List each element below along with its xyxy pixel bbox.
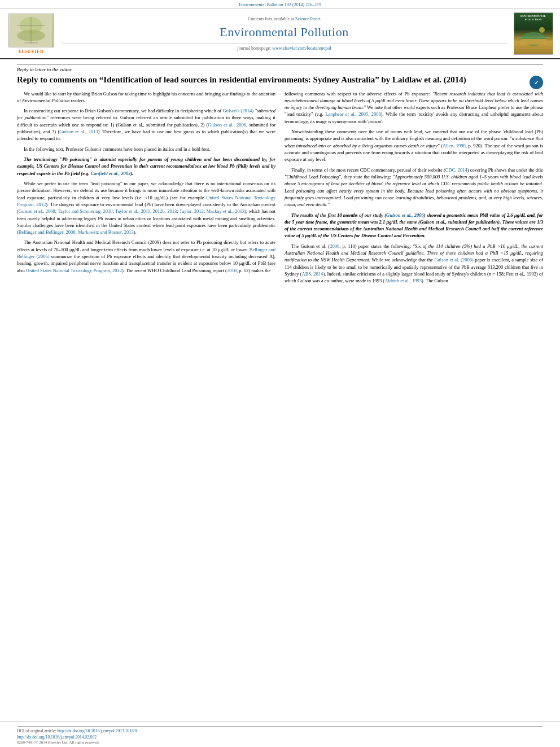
ref-taylor-2012[interactable]: Taylor, 2012 (180, 208, 204, 214)
article-body: We would like to start by thanking Brian… (17, 90, 543, 288)
right-para-2: Notwithstanding these comments over the … (285, 128, 543, 163)
publisher-logo-area: ELSEVIER ELSEVIER (6, 12, 56, 55)
left-para-2: In constructing our response to Brian Gu… (17, 107, 275, 142)
journal-title-area: Contents lists available at ScienceDirec… (61, 12, 508, 55)
right-column: following comments with respect to the a… (285, 90, 543, 288)
ref-abs[interactable]: ABS, 2014 (302, 271, 323, 277)
left-para-1: We would like to start by thanking Brian… (17, 90, 275, 104)
journal-citation: Environmental Pollution 192 (2014) 216–2… (239, 2, 321, 7)
ref-gulson-2006c[interactable]: 2006 (330, 243, 339, 249)
sciencedirect-line: Contents lists available at ScienceDirec… (248, 16, 321, 21)
left-para-6: The Australian National Health and Medic… (17, 239, 275, 274)
journal-citation-bar: Environmental Pollution 192 (2014) 216–2… (0, 0, 560, 9)
ref-lanphear[interactable]: Lanphear et al., 2005, 2008 (325, 111, 380, 117)
article-footer: DOI of original article: http://dx.doi.o… (0, 722, 560, 747)
ref-taylor-2010[interactable]: Taylor and Schniering, 2010 (58, 208, 112, 214)
ref-gulson-2006d[interactable]: Gulson et al. (2006) (434, 257, 473, 263)
right-para-4-bold-italic: The results of the first 18 months of ou… (285, 212, 543, 239)
right-para-3: Finally, in terms of the most recent CDC… (285, 167, 543, 208)
left-para-3: In the following text, Professor Gulson'… (17, 146, 275, 152)
crossmark-icon: ✓ (530, 76, 543, 89)
elsevier-brand: ELSEVIER (19, 49, 43, 54)
journal-cover: ENVIRONMENTALPOLLUTION (512, 12, 554, 55)
ref-gulson-2014[interactable]: Gulson's (2014) (223, 108, 253, 113)
ref-allen[interactable]: Allen, 1990 (443, 143, 466, 148)
svg-rect-8 (521, 39, 546, 45)
journal-header: ELSEVIER ELSEVIER Contents lists availab… (0, 9, 560, 59)
section-type-label: Reply to letter to the editor (17, 64, 543, 72)
left-para-5: While we prefer to use the term "lead po… (17, 180, 275, 236)
ref-gulson-2008[interactable]: Gulson et al., 2008 (19, 208, 55, 214)
article-doi-link[interactable]: http://dx.doi.org/10.1016/j.envpol.2014.… (17, 735, 543, 740)
footer-bottom: http://dx.doi.org/10.1016/j.envpol.2014.… (17, 735, 543, 745)
main-content: Reply to letter to the editor ✓ Reply to… (0, 59, 560, 722)
ref-cdc-2014[interactable]: CDC, 2014 (445, 167, 467, 173)
right-para-1: following comments with respect to the a… (285, 90, 543, 125)
ref-mackay[interactable]: Mackay et al., 2013 (206, 208, 244, 214)
ref-gulson-2006a[interactable]: Gulson et al., 2006 (208, 122, 246, 128)
homepage-url: www.elsevier.com/locate/envpol (272, 46, 331, 51)
ref-ntp-2012[interactable]: United States National Toxicology Progra… (17, 195, 275, 207)
ref-gulson-2006b[interactable]: Gulson et al., 2006 (386, 212, 424, 218)
left-para-4-bold-italic: The terminology "Pb poisoning" is alarmi… (17, 156, 275, 177)
ref-markowitz[interactable]: Markowitz and Rosner, 2013 (78, 229, 134, 235)
svg-text:ELSEVIER: ELSEVIER (24, 41, 38, 44)
ref-ntp-2012b[interactable]: United States National Toxicology Progra… (26, 268, 122, 273)
article-title: ✓ Reply to comments on “Identification o… (17, 75, 543, 86)
ref-canfield[interactable]: Canfield et al., 2003 (91, 171, 131, 176)
ref-bellinger[interactable]: Bellinger and Bellinger, 2006 (19, 229, 76, 235)
footer-doi-line: DOI of original article: http://dx.doi.o… (17, 728, 543, 733)
svg-point-10 (539, 27, 545, 33)
ref-aldrich[interactable]: Aldrich et al., 1993 (384, 278, 422, 283)
journal-title: Environmental Pollution (220, 25, 348, 40)
sciencedirect-link[interactable]: ScienceDirect (295, 16, 321, 21)
homepage-line: journal homepage: www.elsevier.com/locat… (61, 43, 508, 51)
ref-gulson-2013[interactable]: Gulson et al., 2013 (59, 129, 98, 134)
logo-image: ELSEVIER (8, 14, 54, 47)
copyright-text: 0269-7491/© 2014 Elsevier Ltd. All right… (17, 740, 543, 745)
ref-who-2010[interactable]: 2010 (227, 268, 237, 273)
ref-taylor-2011[interactable]: Taylor et al., 2011, 2012b, 2013 (115, 208, 177, 214)
left-column: We would like to start by thanking Brian… (17, 90, 275, 288)
cover-title: ENVIRONMENTALPOLLUTION (520, 15, 546, 21)
page: Environmental Pollution 192 (2014) 216–2… (0, 0, 560, 747)
crossmark-area: ✓ (530, 76, 543, 89)
cover-image: ENVIRONMENTALPOLLUTION (514, 12, 553, 55)
original-doi-link[interactable]: http://dx.doi.org/10.1016/j.envpol.2013.… (57, 728, 137, 733)
ref-bellinger-2006[interactable]: Bellinger and Bellinger (2006) (17, 247, 275, 259)
footer-divider (17, 726, 543, 727)
right-para-5: The Gulson et al. (2006, p. 110) paper s… (285, 243, 543, 285)
